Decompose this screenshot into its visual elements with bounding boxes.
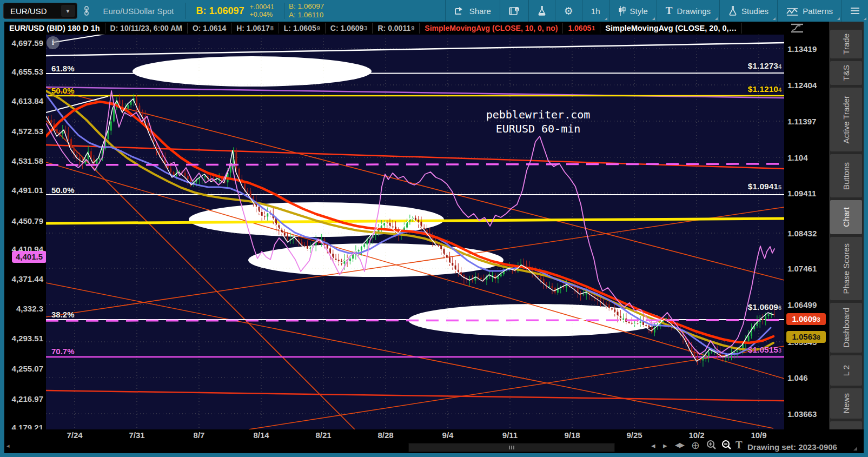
price-level-line — [46, 73, 784, 74]
header-segment: 1.06051 — [563, 23, 600, 34]
candle-body — [699, 360, 701, 361]
left-axis-label: 4,613.84 — [12, 96, 43, 105]
patterns-button[interactable]: Patterns — [777, 0, 842, 22]
candle-body — [628, 322, 630, 323]
right-axis-label: 1.11397 — [787, 117, 816, 126]
analyze-flask-button[interactable] — [528, 0, 555, 22]
candle-body — [552, 286, 553, 288]
share-button[interactable]: Share — [445, 0, 500, 22]
sidebar-tab-buttons[interactable]: Buttons — [830, 154, 862, 197]
link-icon[interactable] — [83, 5, 90, 16]
trendline — [54, 35, 125, 42]
sidebar-tab-phase-scores[interactable]: Phase Scores — [830, 237, 862, 300]
sidebar-tab-dashboard[interactable]: Dashboard — [830, 303, 862, 353]
drawings-button[interactable]: T Drawings — [657, 0, 719, 22]
candle-body — [728, 356, 730, 357]
patterns-icon — [786, 6, 798, 16]
candle-body — [725, 357, 727, 357]
header-segment: C: 1.06093 — [326, 23, 373, 34]
chart-settings-icon[interactable] — [789, 23, 805, 36]
candle-body — [765, 316, 766, 320]
candle-body — [452, 263, 453, 266]
price-badge: 1.05638 — [786, 331, 826, 343]
candle-body — [489, 276, 491, 276]
fib-level-label: 38.2% — [51, 310, 75, 319]
candle-body — [711, 352, 712, 352]
gear-icon: ⚙ — [564, 5, 573, 17]
symbol-description: Euro/USDollar Spot — [103, 6, 174, 16]
watermark-line1: pebblewriter.com — [486, 108, 591, 122]
zoom-out-icon[interactable] — [721, 440, 732, 452]
header-segment: EUR/USD (BID) 180 D 1h — [4, 23, 105, 34]
candle-body — [537, 276, 539, 277]
sidebar-tab-news[interactable]: News — [830, 388, 862, 419]
right-axis-label: 1.13419 — [787, 44, 817, 54]
fib-level-label: 50.0% — [51, 86, 75, 95]
time-scrollbar[interactable] — [408, 443, 615, 452]
chevron-down-icon[interactable]: ▼ — [61, 5, 75, 17]
price-change: +.00041 +0.04% — [249, 3, 274, 18]
candle-body — [415, 218, 416, 220]
text-tool-icon[interactable]: T — [736, 439, 743, 451]
candle-body — [648, 326, 650, 327]
trendline — [249, 346, 784, 429]
text-tool-icon: T — [666, 5, 673, 17]
zoom-in-icon[interactable] — [706, 440, 717, 452]
candle-body — [235, 151, 237, 169]
left-axis-label: 4,293.51 — [12, 334, 43, 343]
right-price-axis[interactable]: 1.134191.124041.113971.1041.094111.08432… — [784, 35, 829, 429]
price-level-label: $1.12734 — [717, 61, 781, 71]
candle-body — [113, 108, 115, 122]
menu-button[interactable] — [842, 0, 868, 22]
date-label: 9/11 — [502, 430, 518, 440]
share-icon — [454, 6, 465, 15]
candle-body — [304, 244, 306, 246]
collapse-arrow-icon[interactable]: ◂ — [6, 442, 10, 449]
price-chart[interactable] — [46, 35, 784, 429]
chart-header: EUR/USD (BID) 180 D 1hD: 10/11/23, 6:00 … — [4, 22, 829, 35]
price-level-label: $1.06096 — [717, 302, 781, 312]
left-axis-label: 4,531.58 — [12, 156, 43, 165]
candle-body — [472, 280, 473, 281]
candle-body — [767, 314, 769, 316]
candle-body — [127, 105, 129, 109]
candle-body — [608, 304, 610, 308]
candle-body — [284, 233, 286, 236]
header-segment: SimpleMovingAvg (CLOSE, 20, 0,… — [600, 23, 742, 34]
left-axis-label: 4,697.59 — [12, 38, 43, 48]
interval-button[interactable]: 1h — [582, 0, 609, 22]
left-axis-label: 4,491.01 — [12, 186, 43, 195]
candle-body — [563, 287, 565, 288]
date-label: 9/25 — [626, 430, 642, 440]
right-axis-label: 1.07461 — [787, 264, 817, 273]
scroll-left-icon[interactable]: ◂ — [651, 441, 655, 451]
date-label: 10/9 — [751, 430, 766, 440]
left-price-axis[interactable]: 4,697.594,655.534,613.844,572.534,531.58… — [4, 35, 46, 429]
date-label: 7/31 — [129, 430, 144, 440]
sidebar-tab-active-trader[interactable]: Active Trader — [830, 88, 862, 151]
drawing-set-label[interactable]: Drawing set: 2023-0906 — [747, 442, 837, 452]
candle-body — [335, 259, 337, 260]
fit-width-icon[interactable]: ◀▶ — [675, 441, 684, 449]
quote-note-button[interactable]: i — [500, 0, 528, 22]
fib-level-label: 61.8% — [51, 64, 75, 73]
symbol-selector[interactable]: EUR/USD ▼ — [3, 3, 77, 19]
change-value: +.00041 — [249, 3, 274, 11]
price-level-label: $1.05153 — [717, 345, 781, 355]
right-axis-label: 1.12404 — [787, 81, 817, 90]
left-axis-badge: 4,401.5 — [12, 251, 47, 263]
sidebar-tab-l-2[interactable]: L 2 — [830, 355, 862, 386]
date-label: 10/2 — [688, 430, 704, 440]
style-button[interactable]: Style — [609, 0, 657, 22]
scroll-right-icon[interactable]: ▸ — [663, 441, 667, 451]
pan-icon[interactable]: ⊕ — [691, 439, 700, 452]
studies-button[interactable]: Studies — [719, 0, 777, 22]
sidebar-tab-trade[interactable]: Trade — [830, 30, 862, 58]
toolbar-buttons: Share i ⚙ 1h Style T Drawings — [445, 0, 868, 22]
right-axis-label: 1.046 — [787, 373, 808, 382]
info-icon[interactable]: i — [47, 36, 59, 49]
sidebar-tab-chart[interactable]: Chart — [830, 200, 862, 234]
candle-body — [540, 277, 541, 279]
settings-button[interactable]: ⚙ — [555, 0, 582, 22]
sidebar-tab-t-s[interactable]: T&S — [830, 61, 862, 85]
